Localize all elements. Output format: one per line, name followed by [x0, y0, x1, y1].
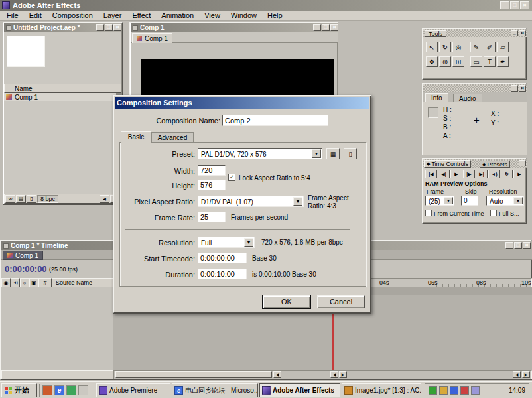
- binoculars-icon[interactable]: ∞: [5, 195, 15, 203]
- go-to-end-button[interactable]: ▶|: [476, 170, 488, 178]
- menu-help[interactable]: Help: [262, 11, 288, 20]
- project-name-header[interactable]: Name: [4, 84, 121, 93]
- menu-view[interactable]: View: [199, 11, 226, 20]
- resolution-dropdown[interactable]: Auto ▼: [486, 196, 524, 206]
- menu-edit[interactable]: Edit: [24, 11, 47, 20]
- project-item-comp1[interactable]: Comp 1: [4, 93, 116, 101]
- tray-volume-icon[interactable]: [471, 386, 480, 395]
- zoom-out-handle-icon[interactable]: ◀: [330, 371, 338, 378]
- step-forward-button[interactable]: |▶: [463, 170, 475, 178]
- dropdown-arrow-icon-2[interactable]: ▼: [513, 197, 523, 204]
- quick-launch-pen-icon[interactable]: [42, 385, 52, 395]
- info-close-icon[interactable]: ×: [519, 85, 526, 92]
- start-button[interactable]: 开始: [1, 383, 37, 397]
- menu-window[interactable]: Window: [226, 11, 262, 20]
- quick-launch-ie-icon[interactable]: e: [54, 385, 64, 395]
- eye-column-icon[interactable]: ◉: [1, 278, 11, 287]
- frame-rate-dropdown[interactable]: (25) ▼: [425, 196, 454, 206]
- menu-composition[interactable]: Composition: [47, 11, 98, 20]
- lock-aspect-checkbox[interactable]: ✓: [228, 174, 235, 181]
- zoom-in-handle-icon[interactable]: ▶: [339, 371, 347, 378]
- solo-column-icon[interactable]: ○: [20, 278, 29, 287]
- menu-effect[interactable]: Effect: [127, 11, 156, 20]
- quick-launch-desktop-icon[interactable]: [78, 385, 88, 395]
- info-titlebar[interactable]: _ ×: [423, 84, 527, 92]
- app-maximize-icon[interactable]: □: [510, 1, 519, 9]
- tools-titlebar[interactable]: Tools _ ×: [423, 29, 527, 37]
- ok-button[interactable]: OK: [263, 295, 310, 308]
- start-timecode-input[interactable]: [198, 253, 247, 263]
- dropdown-arrow-icon-4[interactable]: ▼: [293, 197, 302, 206]
- project-minimize-icon[interactable]: _: [96, 24, 104, 31]
- tray-lang-icon[interactable]: [460, 386, 469, 395]
- pixel-aspect-ratio-dropdown[interactable]: D1/DV PAL (1.07) ▼: [198, 196, 304, 207]
- from-current-time-checkbox[interactable]: [425, 210, 432, 216]
- selection-tool-button[interactable]: ↖: [426, 42, 438, 52]
- audio-column-icon[interactable]: ◄): [11, 278, 20, 287]
- dropdown-arrow-icon-3[interactable]: ▼: [312, 149, 321, 158]
- tab-basic[interactable]: Basic: [121, 131, 151, 143]
- menu-animation[interactable]: Animation: [156, 11, 199, 20]
- tray-keyboard-icon[interactable]: [450, 386, 458, 395]
- zoom-tool-button[interactable]: ⊕: [439, 56, 451, 67]
- tools-tab[interactable]: Tools: [425, 30, 446, 37]
- comp-close-icon[interactable]: ×: [330, 24, 338, 31]
- eraser-tool-button[interactable]: ▱: [497, 42, 509, 52]
- rectangle-mask-tool-button[interactable]: ▭: [470, 56, 482, 67]
- width-input[interactable]: [198, 165, 226, 176]
- tray-clock[interactable]: 14:09: [509, 387, 525, 394]
- cancel-button[interactable]: Cancel: [317, 295, 365, 308]
- axis-mode-button[interactable]: ⊞: [452, 56, 464, 67]
- flowchart-icon[interactable]: ▤: [16, 195, 26, 203]
- tab-audio[interactable]: Audio: [453, 94, 482, 102]
- scrollbar-thumb[interactable]: [115, 371, 272, 378]
- scrollbar-right-arrow-icon[interactable]: ▶: [522, 371, 530, 378]
- project-maximize-icon[interactable]: □: [105, 24, 113, 31]
- app-minimize-icon[interactable]: _: [500, 1, 509, 9]
- timeline-close-icon[interactable]: ×: [523, 242, 531, 249]
- project-close-icon[interactable]: ×: [113, 24, 121, 31]
- brush-tool-button[interactable]: ✐: [484, 42, 496, 52]
- timeline-maximize-icon[interactable]: □: [514, 242, 522, 249]
- skip-input[interactable]: 0: [461, 196, 478, 206]
- height-input[interactable]: [198, 180, 226, 190]
- tools-collapse-icon[interactable]: _: [511, 30, 518, 36]
- tab-presets[interactable]: ◆ Presets: [480, 161, 510, 168]
- hand-tool-button[interactable]: ✥: [426, 56, 438, 67]
- frame-rate-input[interactable]: [198, 212, 226, 222]
- app-titlebar[interactable]: Adobe After Effects _ □ ×: [0, 0, 532, 11]
- full-screen-checkbox[interactable]: [490, 210, 497, 216]
- trash-icon[interactable]: ▯: [27, 195, 36, 203]
- duration-input[interactable]: [198, 269, 247, 279]
- scrollbar-left-arrow-icon[interactable]: ◀: [513, 371, 521, 378]
- rotation-tool-button[interactable]: ↻: [439, 42, 451, 52]
- info-collapse-icon[interactable]: _: [511, 85, 518, 92]
- go-to-start-button[interactable]: |◀: [425, 170, 437, 178]
- current-timecode[interactable]: 0:00:00:00: [5, 264, 47, 274]
- time-controls-titlebar[interactable]: ◆ Time Controls ◆ Presets _: [423, 159, 527, 168]
- menu-layer[interactable]: Layer: [98, 11, 127, 20]
- scrollbar-step-left-icon[interactable]: ◀: [273, 371, 281, 378]
- tray-ime-icon[interactable]: [429, 386, 437, 395]
- dropdown-arrow-icon-5[interactable]: ▼: [244, 238, 253, 247]
- eyedropper-tool-button[interactable]: ✒: [497, 56, 509, 67]
- orbit-camera-tool-button[interactable]: ◎: [452, 42, 464, 52]
- lock-column-icon[interactable]: ▣: [29, 278, 38, 287]
- ram-preview-button[interactable]: ▶: [513, 170, 525, 178]
- tab-time-controls[interactable]: ◆ Time Controls: [424, 160, 471, 168]
- comp-maximize-icon[interactable]: □: [322, 24, 330, 31]
- type-tool-button[interactable]: T: [484, 56, 496, 67]
- task-after-effects[interactable]: Adobe After Effects: [259, 383, 340, 397]
- step-back-button[interactable]: ◀|: [438, 170, 450, 178]
- tab-info[interactable]: Info: [425, 93, 448, 102]
- dropdown-arrow-icon[interactable]: ▼: [444, 197, 453, 204]
- source-name-column-header[interactable]: Source Name: [52, 278, 113, 287]
- loop-button[interactable]: ↻: [501, 170, 513, 178]
- delete-preset-icon[interactable]: ▯: [344, 148, 357, 159]
- app-close-icon[interactable]: ×: [520, 1, 529, 9]
- tab-advanced[interactable]: Advanced: [151, 132, 194, 143]
- play-button[interactable]: ▶: [450, 170, 462, 178]
- project-titlebar[interactable]: Untitled Project.aep * _ □ ×: [4, 23, 121, 32]
- hash-column-header[interactable]: #: [38, 278, 52, 287]
- tray-pen-icon[interactable]: [439, 386, 448, 395]
